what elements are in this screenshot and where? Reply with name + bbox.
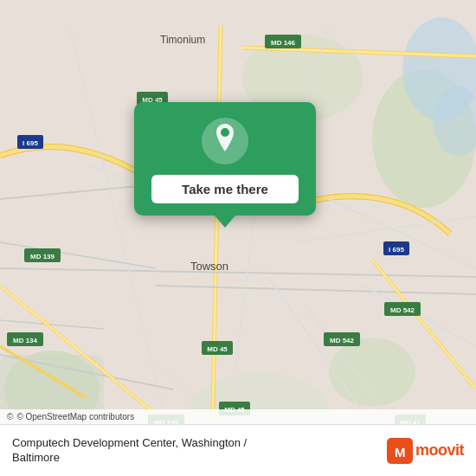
popup-card: Take me there — [134, 102, 316, 215]
svg-text:I 695: I 695 — [389, 246, 404, 254]
moovit-text: moovit — [415, 441, 464, 460]
take-me-there-button[interactable]: Take me there — [151, 175, 299, 203]
copyright-icon: © — [7, 412, 13, 421]
bottom-bar-text: Computech Development Center, Washington… — [12, 436, 387, 466]
svg-text:Timonium: Timonium — [160, 34, 205, 46]
place-title: Computech Development Center, Washington… — [12, 436, 387, 451]
svg-point-62 — [221, 128, 229, 137]
svg-point-3 — [329, 338, 415, 407]
location-icon-wrapper — [202, 118, 248, 164]
svg-text:MD 542: MD 542 — [330, 337, 355, 344]
location-pin-icon — [212, 124, 238, 158]
map-background: MD 146 I 695 I 695 I 695 MD 45 MD 45 MD … — [0, 0, 476, 476]
place-subtitle: Baltimore — [12, 451, 387, 466]
bottom-bar: Computech Development Center, Washington… — [0, 424, 476, 476]
svg-text:M: M — [395, 444, 405, 459]
attribution-text: © OpenStreetMap contributors — [16, 412, 134, 421]
svg-text:MD 134: MD 134 — [13, 337, 38, 344]
attribution-bar: © © OpenStreetMap contributors — [0, 409, 476, 424]
svg-text:MD 542: MD 542 — [390, 306, 415, 314]
svg-text:Towson: Towson — [190, 260, 228, 273]
svg-text:I 695: I 695 — [23, 139, 38, 147]
map-container: MD 146 I 695 I 695 I 695 MD 45 MD 45 MD … — [0, 0, 476, 476]
svg-text:MD 146: MD 146 — [271, 39, 296, 47]
svg-text:MD 139: MD 139 — [30, 253, 55, 261]
svg-text:MD 45: MD 45 — [207, 345, 228, 353]
moovit-bus-icon: M — [387, 438, 413, 464]
moovit-logo: M moovit — [387, 438, 464, 464]
